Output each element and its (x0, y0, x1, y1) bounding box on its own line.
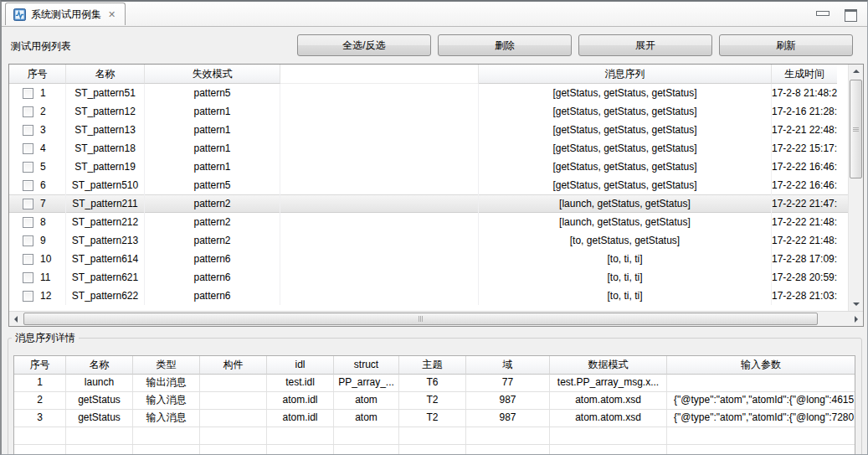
detail-cell: T6 (399, 375, 466, 391)
cell-name: ST_pattern12 (66, 102, 145, 121)
detail-cell (200, 392, 267, 409)
cell-name: ST_pattern614 (66, 250, 145, 268)
test-case-row[interactable]: 11 ST_pattern621 pattern6 [to, ti, ti] 1… (9, 268, 848, 287)
test-case-row[interactable]: 10 ST_pattern614 pattern6 [to, ti, ti] 1… (9, 250, 848, 268)
detail-cell: 输入消息 (133, 392, 200, 409)
detail-header-index[interactable]: 序号 (14, 356, 66, 375)
left-arrow-icon (14, 316, 18, 323)
header-index[interactable]: 序号 (9, 65, 66, 84)
cell-created-time: 17-2-22 15:17:40 (772, 139, 837, 158)
detail-row[interactable]: 3getStatus输入消息atom.idlatomT2987atom.atom… (14, 410, 855, 427)
row-checkbox[interactable] (23, 162, 33, 173)
cell-created-time: 17-2-22 16:46:04 (772, 158, 837, 176)
cell-failure-mode: pattern1 (145, 158, 280, 176)
detail-header-struct[interactable]: struct (334, 356, 399, 375)
cell-spacer (280, 268, 479, 287)
test-case-row[interactable]: 5 ST_pattern19 pattern1 [getStatus, getS… (9, 158, 848, 176)
detail-header-name[interactable]: 名称 (66, 356, 133, 375)
detail-header-component[interactable]: 构件 (200, 356, 267, 375)
row-checkbox[interactable] (23, 272, 33, 283)
cell-created-time: 17-2-8 21:48:27 (772, 84, 837, 102)
cell-created-time: 17-2-22 21:48:13 (772, 213, 837, 231)
header-created-time[interactable]: 生成时间 (772, 65, 837, 84)
cell-name: ST_pattern211 (66, 194, 145, 213)
tab-title: 系统测试用例集 (31, 8, 101, 22)
cell-failure-mode: pattern6 (145, 287, 280, 305)
row-checkbox[interactable] (23, 143, 33, 154)
detail-cell (667, 427, 855, 444)
detail-cell: 77 (466, 375, 550, 391)
horizontal-scrollbar[interactable] (9, 311, 863, 326)
detail-cell: atom.idl (267, 410, 334, 427)
cell-spacer (280, 139, 479, 158)
detail-header-topic[interactable]: 主题 (399, 356, 466, 375)
row-checkbox[interactable] (23, 291, 33, 302)
select-all-invert-button[interactable]: 全选/反选 (297, 34, 431, 56)
test-case-row[interactable]: 1 ST_pattern51 pattern5 [getStatus, getS… (9, 84, 848, 102)
cell-name: ST_pattern212 (66, 213, 145, 231)
header-message-sequence[interactable]: 消息序列 (479, 65, 772, 84)
row-checkbox[interactable] (23, 88, 33, 99)
test-case-row[interactable]: 2 ST_pattern12 pattern1 [getStatus, getS… (9, 102, 848, 121)
details-table-body: 1launch输出消息test.idlPP_array_...T677test.… (14, 375, 855, 455)
header-name[interactable]: 名称 (66, 65, 145, 84)
test-case-row[interactable]: 3 ST_pattern13 pattern1 [getStatus, getS… (9, 121, 848, 139)
tab-close-icon[interactable]: ✕ (106, 9, 117, 20)
test-case-row[interactable]: 8 ST_pattern212 pattern2 [launch, getSta… (9, 213, 848, 231)
scroll-up-button[interactable] (849, 65, 863, 78)
test-case-row[interactable]: 6 ST_pattern510 pattern5 [getStatus, get… (9, 176, 848, 194)
minimize-icon[interactable] (816, 11, 829, 16)
vertical-scroll-thumb[interactable] (850, 80, 862, 178)
cell-message-sequence: [to, ti, ti] (479, 287, 772, 305)
cell-name: ST_pattern622 (66, 287, 145, 305)
scroll-right-button[interactable] (850, 312, 863, 326)
row-checkbox[interactable] (23, 254, 33, 265)
row-index: 4 (40, 139, 46, 158)
detail-cell (334, 445, 399, 455)
row-checkbox[interactable] (23, 125, 33, 136)
detail-row[interactable]: 1launch输出消息test.idlPP_array_...T677test.… (14, 375, 855, 392)
tab-system-test-cases[interactable]: 系统测试用例集 ✕ (5, 3, 126, 25)
row-checkbox[interactable] (23, 217, 33, 228)
cell-failure-mode: pattern2 (145, 231, 280, 250)
maximize-icon[interactable] (845, 9, 857, 22)
test-case-row[interactable]: 7 ST_pattern211 pattern2 [launch, getSta… (9, 194, 848, 213)
refresh-button[interactable]: 刷新 (719, 34, 853, 56)
up-arrow-icon (853, 70, 860, 73)
header-failure-mode[interactable]: 失效模式 (145, 65, 280, 84)
row-checkbox[interactable] (23, 199, 33, 209)
expand-button[interactable]: 展开 (578, 34, 712, 56)
row-checkbox[interactable] (23, 106, 33, 117)
vertical-scrollbar[interactable] (848, 65, 863, 311)
detail-header-domain[interactable]: 域 (466, 356, 550, 375)
cell-spacer (280, 84, 479, 102)
row-checkbox[interactable] (23, 235, 33, 246)
detail-cell: 987 (466, 392, 550, 409)
detail-row[interactable]: 2getStatus输入消息atom.idlatomT2987atom.atom… (14, 392, 855, 410)
detail-cell: 3 (14, 410, 66, 427)
test-case-row[interactable]: 4 ST_pattern18 pattern1 [getStatus, getS… (9, 139, 848, 158)
cell-name: ST_pattern510 (66, 176, 145, 194)
right-arrow-icon (855, 316, 858, 323)
scroll-down-button[interactable] (849, 297, 863, 311)
details-table-header: 序号 名称 类型 构件 idl struct 主题 域 数据模式 输入参数 (14, 356, 855, 375)
delete-button[interactable]: 删除 (438, 34, 572, 56)
detail-header-data-schema[interactable]: 数据模式 (550, 356, 667, 375)
detail-cell (399, 445, 466, 455)
cell-spacer (280, 176, 479, 194)
detail-cell: 987 (466, 410, 550, 427)
detail-header-idl[interactable]: idl (267, 356, 334, 375)
detail-header-type[interactable]: 类型 (133, 356, 200, 375)
row-checkbox[interactable] (23, 180, 33, 191)
detail-header-input-params[interactable]: 输入参数 (667, 356, 855, 375)
test-case-row[interactable]: 9 ST_pattern213 pattern2 [to, getStatus,… (9, 231, 848, 250)
test-case-row[interactable]: 12 ST_pattern622 pattern6 [to, ti, ti] 1… (9, 287, 848, 305)
horizontal-scroll-thumb[interactable] (23, 313, 818, 325)
detail-cell: T2 (399, 392, 466, 409)
waveform-icon (13, 8, 26, 21)
cell-spacer (280, 231, 479, 250)
scroll-left-button[interactable] (9, 312, 23, 326)
message-sequence-details-group: 消息序列详情 序号 名称 类型 构件 idl struct 主题 域 数据模式 … (8, 338, 862, 455)
cell-index: 1 (9, 84, 66, 102)
cell-failure-mode: pattern6 (145, 250, 280, 268)
